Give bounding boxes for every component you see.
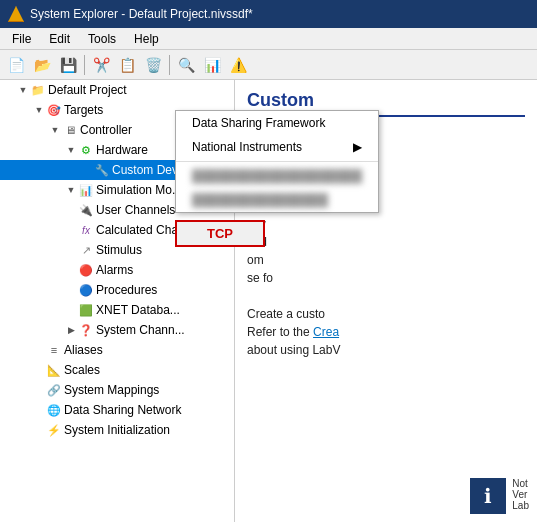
tree-label-targets: Targets bbox=[64, 103, 103, 117]
expand-icon bbox=[32, 403, 46, 417]
copy-button[interactable]: 📋 bbox=[115, 53, 139, 77]
note-line-3: Lab bbox=[512, 500, 529, 511]
menu-help[interactable]: Help bbox=[126, 30, 167, 48]
note-icon: ℹ bbox=[470, 478, 506, 514]
body-text-create: Create a custo bbox=[247, 305, 525, 323]
tree-label-sysinit: System Initialization bbox=[64, 423, 170, 437]
expand-icon bbox=[64, 303, 78, 317]
toolbar-sep-1 bbox=[84, 55, 85, 75]
tree-node-system-channel[interactable]: ▶ ❓ System Chann... bbox=[0, 320, 234, 340]
chart-button[interactable]: 📊 bbox=[200, 53, 224, 77]
tree-node-sysinit[interactable]: ⚡ System Initialization bbox=[0, 420, 234, 440]
stimulus-icon: ↗ bbox=[78, 242, 94, 258]
calculated-icon: fx bbox=[78, 222, 94, 238]
expand-icon bbox=[64, 243, 78, 257]
aliases-icon: ≡ bbox=[46, 342, 62, 358]
tcp-button[interactable]: TCP bbox=[175, 220, 265, 247]
expand-icon[interactable]: ▼ bbox=[32, 103, 46, 117]
toolbar: 📄 📂 💾 ✂️ 📋 🗑️ 🔍 📊 ⚠️ bbox=[0, 50, 537, 80]
expand-icon[interactable]: ▼ bbox=[16, 83, 30, 97]
tree-node-xnet[interactable]: 🟩 XNET Databa... bbox=[0, 300, 234, 320]
procedures-icon: 🔵 bbox=[78, 282, 94, 298]
expand-icon bbox=[64, 203, 78, 217]
ctx-label-data-sharing: Data Sharing Framework bbox=[192, 116, 325, 130]
tree-node-aliases[interactable]: ≡ Aliases bbox=[0, 340, 234, 360]
context-menu: Data Sharing Framework National Instrume… bbox=[175, 110, 379, 213]
dsn-icon: 🌐 bbox=[46, 402, 62, 418]
tree-label-procedures: Procedures bbox=[96, 283, 157, 297]
tree-node-dsn[interactable]: 🌐 Data Sharing Network bbox=[0, 400, 234, 420]
cut-button[interactable]: ✂️ bbox=[89, 53, 113, 77]
title-bar-text: System Explorer - Default Project.nivssd… bbox=[30, 7, 253, 21]
tree-label-scales: Scales bbox=[64, 363, 100, 377]
tree-node-scales[interactable]: 📐 Scales bbox=[0, 360, 234, 380]
controller-icon: 🖥 bbox=[62, 122, 78, 138]
ctx-blurred-2: ████████████████ bbox=[176, 188, 378, 212]
app-icon bbox=[8, 6, 24, 22]
alarms-icon: 🔴 bbox=[78, 262, 94, 278]
expand-icon[interactable]: ▼ bbox=[64, 183, 78, 197]
syschan-icon: ❓ bbox=[78, 322, 94, 338]
body-crea-link[interactable]: Crea bbox=[313, 325, 339, 339]
body-text-u: u w bbox=[247, 215, 525, 233]
warning-button[interactable]: ⚠️ bbox=[226, 53, 250, 77]
tree-label-hardware: Hardware bbox=[96, 143, 148, 157]
title-bar: System Explorer - Default Project.nivssd… bbox=[0, 0, 537, 28]
expand-icon bbox=[32, 423, 46, 437]
expand-icon[interactable]: ▼ bbox=[64, 143, 78, 157]
body-refer-text: Refer to the bbox=[247, 325, 310, 339]
tree-label-default-project: Default Project bbox=[48, 83, 127, 97]
tree-node-alarms[interactable]: 🔴 Alarms bbox=[0, 260, 234, 280]
tree-label-system-channel: System Chann... bbox=[96, 323, 185, 337]
body-text-labv: about using LabV bbox=[247, 341, 525, 359]
ctx-label-national: National Instruments bbox=[192, 140, 302, 154]
tree-label-user-channels: User Channels bbox=[96, 203, 175, 217]
body-text-om: om bbox=[247, 251, 525, 269]
ctx-item-national-instruments[interactable]: National Instruments ▶ bbox=[176, 135, 378, 159]
simulation-icon: 📊 bbox=[78, 182, 94, 198]
ctx-arrow-icon: ▶ bbox=[353, 140, 362, 154]
tree-label-alarms: Alarms bbox=[96, 263, 133, 277]
save-button[interactable]: 💾 bbox=[56, 53, 80, 77]
menu-bar: File Edit Tools Help bbox=[0, 28, 537, 50]
expand-icon bbox=[32, 363, 46, 377]
user-channels-icon: 🔌 bbox=[78, 202, 94, 218]
expand-icon[interactable]: ▼ bbox=[48, 123, 62, 137]
ctx-item-data-sharing-framework[interactable]: Data Sharing Framework bbox=[176, 111, 378, 135]
find-button[interactable]: 🔍 bbox=[174, 53, 198, 77]
tree-node-procedures[interactable]: 🔵 Procedures bbox=[0, 280, 234, 300]
scales-icon: 📐 bbox=[46, 362, 62, 378]
note-line-1: Not bbox=[512, 478, 529, 489]
tree-label-mappings: System Mappings bbox=[64, 383, 159, 397]
hardware-icon: ⚙ bbox=[78, 142, 94, 158]
delete-button[interactable]: 🗑️ bbox=[141, 53, 165, 77]
expand-icon bbox=[32, 343, 46, 357]
expand-icon bbox=[64, 223, 78, 237]
note-text: Not Ver Lab bbox=[512, 478, 529, 511]
expand-icon bbox=[80, 163, 94, 177]
expand-icon bbox=[32, 383, 46, 397]
folder-icon: 📁 bbox=[30, 82, 46, 98]
menu-file[interactable]: File bbox=[4, 30, 39, 48]
new-button[interactable]: 📄 bbox=[4, 53, 28, 77]
tree-node-default-project[interactable]: ▼ 📁 Default Project bbox=[0, 80, 234, 100]
mappings-icon: 🔗 bbox=[46, 382, 62, 398]
expand-icon bbox=[64, 263, 78, 277]
ctx-separator bbox=[176, 161, 378, 162]
toolbar-sep-2 bbox=[169, 55, 170, 75]
xnet-icon: 🟩 bbox=[78, 302, 94, 318]
menu-edit[interactable]: Edit bbox=[41, 30, 78, 48]
tree-label-stimulus: Stimulus bbox=[96, 243, 142, 257]
expand-icon[interactable]: ▶ bbox=[64, 323, 78, 337]
ctx-blurred-1: ████████████████████ bbox=[176, 164, 378, 188]
body-text-refer: Refer to the Crea bbox=[247, 323, 525, 341]
body-text-se: se fo bbox=[247, 269, 525, 287]
tree-label-controller: Controller bbox=[80, 123, 132, 137]
tree-node-mappings[interactable]: 🔗 System Mappings bbox=[0, 380, 234, 400]
note-area: ℹ Not Ver Lab bbox=[470, 478, 529, 514]
menu-tools[interactable]: Tools bbox=[80, 30, 124, 48]
custom-device-icon: 🔧 bbox=[94, 162, 110, 178]
sysinit-icon: ⚡ bbox=[46, 422, 62, 438]
open-button[interactable]: 📂 bbox=[30, 53, 54, 77]
targets-icon: 🎯 bbox=[46, 102, 62, 118]
